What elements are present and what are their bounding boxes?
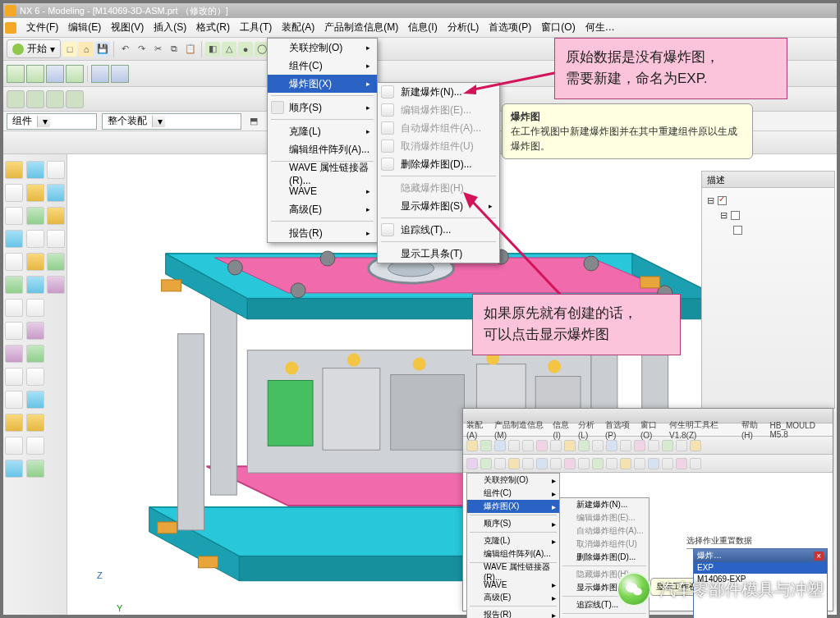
tb3-icon-2[interactable] [26, 90, 44, 108]
rail-icon[interactable] [5, 230, 23, 248]
copy-icon[interactable]: ⧉ [167, 42, 181, 57]
tb3-icon-3[interactable] [46, 90, 64, 108]
tb2-icon-5[interactable] [91, 65, 109, 83]
inset-menu-item[interactable]: 关联控制(O)▸ [467, 474, 559, 487]
tb2-icon-2[interactable] [26, 65, 44, 83]
rail-icon[interactable] [26, 391, 44, 409]
cone-icon[interactable]: △ [222, 42, 236, 57]
submenu-delete-explosion[interactable]: 删除爆炸图(D)... [378, 155, 499, 173]
new-icon[interactable]: □ [62, 42, 77, 57]
tb2-icon-4[interactable] [66, 65, 84, 83]
rail-icon[interactable] [47, 276, 65, 294]
combo-assembly[interactable]: 整个装配 ▾ [102, 113, 241, 130]
menu-tools[interactable]: 工具(T) [235, 18, 277, 37]
inset-menu-item[interactable]: WAVE▸ [467, 578, 559, 591]
tb3-icon-4[interactable] [66, 90, 84, 108]
menu-item-report[interactable]: 报告(R)▸ [268, 224, 377, 242]
submenu-hide-explosion[interactable]: 隐藏爆炸图(H) [378, 179, 499, 197]
submenu-show-explosion[interactable]: 显示爆炸图(S)▸ [378, 197, 499, 215]
open-icon[interactable]: ⌂ [79, 42, 94, 57]
menu-insert[interactable]: 插入(S) [149, 18, 191, 37]
rail-icon[interactable] [5, 207, 23, 225]
rail-icon[interactable] [47, 184, 65, 202]
combo-extra-1[interactable]: ⬒ [246, 114, 261, 129]
rail-icon[interactable] [26, 437, 44, 455]
menu-item-components[interactable]: 组件(C)▸ [268, 57, 377, 75]
rail-icon[interactable] [26, 184, 44, 202]
rail-icon[interactable] [47, 230, 65, 248]
menu-item-sequence[interactable]: 顺序(S)▸ [268, 98, 377, 117]
rail-icon[interactable] [5, 322, 23, 340]
rail-icon[interactable] [5, 253, 23, 271]
rail-icon[interactable] [5, 460, 23, 478]
tb2-icon-3[interactable] [46, 65, 64, 83]
inset-submenu-item[interactable]: 自动爆炸组件(A)... [560, 524, 649, 538]
tb2-icon-6[interactable] [111, 65, 129, 83]
menu-item-advanced[interactable]: 高级(E)▸ [268, 200, 377, 218]
inset-submenu-item[interactable]: 取消爆炸组件(U) [560, 538, 649, 551]
submenu-auto-explode[interactable]: 自动爆炸组件(A)... [378, 119, 499, 137]
menu-item-wave[interactable]: WAVE▸ [268, 182, 377, 200]
rail-icon[interactable] [47, 207, 65, 225]
menu-info[interactable]: 信息(I) [403, 18, 442, 37]
menu-item-wave-linker[interactable]: WAVE 属性链接器(R)... [268, 164, 377, 182]
rail-icon[interactable] [5, 299, 23, 317]
rail-icon[interactable] [26, 345, 44, 363]
inset-submenu-item[interactable]: 删除爆炸图(D)... [560, 551, 649, 564]
inset-submenu-item[interactable]: 编辑爆炸图(E)... [560, 511, 649, 524]
rail-icon[interactable] [26, 368, 44, 386]
rail-icon[interactable] [26, 207, 44, 225]
menu-file[interactable]: 文件(F) [21, 18, 63, 37]
inset-menu-item[interactable]: 报告(R)▸ [467, 608, 559, 618]
rail-icon[interactable] [5, 184, 23, 202]
cut-icon[interactable]: ✂ [150, 42, 165, 57]
rail-icon[interactable] [5, 414, 23, 432]
checkbox-icon[interactable] [718, 196, 727, 205]
close-icon[interactable]: × [814, 552, 824, 561]
menu-item-clone[interactable]: 克隆(L)▸ [268, 122, 377, 140]
combo-component[interactable]: 组件 ▾ [7, 113, 97, 130]
rail-icon[interactable] [5, 368, 23, 386]
rail-icon[interactable] [26, 253, 44, 271]
menu-format[interactable]: 格式(R) [191, 18, 235, 37]
menu-pmi[interactable]: 产品制造信息(M) [319, 18, 403, 37]
rail-icon[interactable] [5, 345, 23, 363]
paste-icon[interactable]: 📋 [183, 42, 198, 57]
tb3-icon-1[interactable] [7, 90, 25, 108]
inset-submenu-item[interactable]: 新建爆炸(N)... [560, 498, 649, 511]
tb2-icon-1[interactable] [7, 65, 25, 83]
inset-menu-item[interactable]: 编辑组件阵列(A)... [467, 547, 559, 561]
menu-window[interactable]: 窗口(O) [536, 18, 580, 37]
rail-icon[interactable] [5, 161, 23, 179]
menu-assembly[interactable]: 装配(A) [277, 18, 319, 37]
menu-item-explosion[interactable]: 爆炸图(X)▸ [268, 75, 377, 93]
inset-menu-item[interactable]: 组件(C)▸ [467, 487, 559, 500]
rail-icon[interactable] [47, 161, 65, 179]
checkbox-icon[interactable] [733, 226, 742, 235]
submenu-show-toolbar[interactable]: 显示工具条(T) [378, 245, 499, 263]
redo-icon[interactable]: ↷ [134, 42, 149, 57]
rail-icon[interactable] [26, 322, 44, 340]
rail-icon[interactable] [26, 230, 44, 248]
menu-preferences[interactable]: 首选项(P) [484, 18, 536, 37]
start-button[interactable]: 开始 ▾ [7, 39, 61, 58]
rail-icon[interactable] [5, 276, 23, 294]
inset-menu-item[interactable]: WAVE 属性链接器(R)... [467, 565, 559, 578]
menu-view[interactable]: 视图(V) [106, 18, 149, 37]
menu-item-association[interactable]: 关联控制(O)▸ [268, 39, 377, 57]
save-icon[interactable]: 💾 [95, 42, 110, 57]
submenu-edit-explosion[interactable]: 编辑爆炸图(E)... [378, 101, 499, 119]
menu-item-edit-array[interactable]: 编辑组件阵列(A)... [268, 140, 377, 158]
rail-icon[interactable] [5, 437, 23, 455]
submenu-trace-line[interactable]: 追踪线(T)... [378, 221, 499, 239]
menu-edit[interactable]: 编辑(E) [63, 18, 106, 37]
inset-menu-item[interactable]: 克隆(L)▸ [467, 534, 559, 547]
rail-icon[interactable] [26, 161, 44, 179]
rail-icon[interactable] [47, 253, 65, 271]
menu-analysis[interactable]: 分析(L) [443, 18, 484, 37]
rail-icon[interactable] [26, 414, 44, 432]
rail-icon[interactable] [26, 276, 44, 294]
inset-menu-item[interactable]: 高级(E)▸ [467, 591, 559, 604]
inset-menu-item-explosion[interactable]: 爆炸图(X)▸ [467, 500, 559, 513]
sphere-icon[interactable]: ● [238, 42, 253, 57]
